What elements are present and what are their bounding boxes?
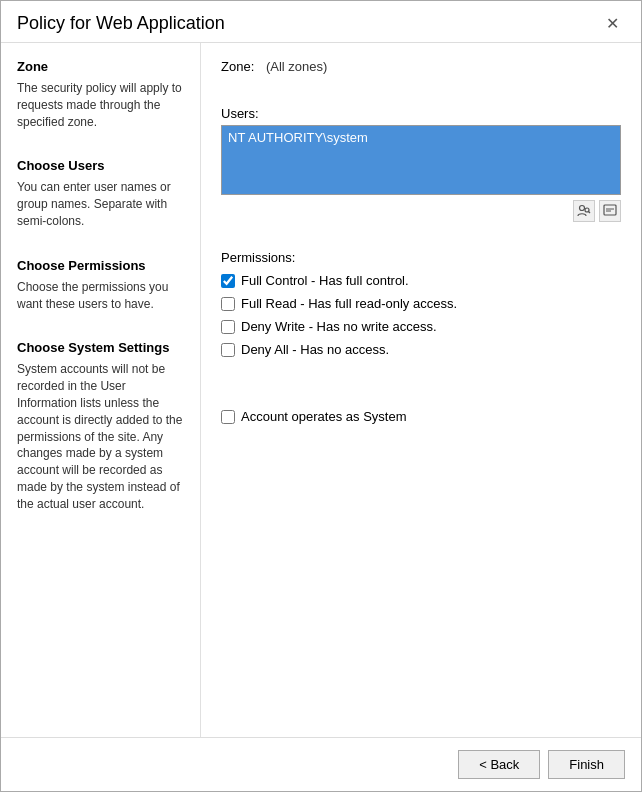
users-left-section: Choose Users You can enter user names or… bbox=[17, 158, 184, 229]
perm-full-read-label: Full Read - Has full read-only access. bbox=[241, 296, 457, 311]
svg-point-2 bbox=[585, 208, 589, 212]
users-field-group: Users: NT AUTHORITY\system bbox=[221, 106, 621, 222]
perm-deny-all-checkbox[interactable] bbox=[221, 343, 235, 357]
dialog-footer: < Back Finish bbox=[1, 737, 641, 791]
zone-field-value: (All zones) bbox=[266, 59, 327, 74]
perm-full-read-checkbox[interactable] bbox=[221, 297, 235, 311]
svg-rect-3 bbox=[604, 205, 616, 215]
check-names-button[interactable] bbox=[599, 200, 621, 222]
dialog-body: Zone The security policy will apply to r… bbox=[1, 43, 641, 737]
users-heading: Choose Users bbox=[17, 158, 184, 173]
perm-full-control-label: Full Control - Has full control. bbox=[241, 273, 409, 288]
system-settings-left-section: Choose System Settings System accounts w… bbox=[17, 340, 184, 512]
right-panel: Zone: (All zones) Users: NT AUTHORITY\sy… bbox=[201, 43, 641, 737]
perm-deny-write-row: Deny Write - Has no write access. bbox=[221, 319, 621, 334]
perm-deny-all-label: Deny All - Has no access. bbox=[241, 342, 389, 357]
users-desc: You can enter user names or group names.… bbox=[17, 179, 184, 229]
permissions-heading: Choose Permissions bbox=[17, 258, 184, 273]
zone-heading: Zone bbox=[17, 59, 184, 74]
zone-left-section: Zone The security policy will apply to r… bbox=[17, 59, 184, 130]
permissions-left-section: Choose Permissions Choose the permission… bbox=[17, 258, 184, 313]
zone-field-label: Zone: bbox=[221, 59, 254, 74]
permissions-desc: Choose the permissions you want these us… bbox=[17, 279, 184, 313]
browse-users-button[interactable] bbox=[573, 200, 595, 222]
account-operates-label: Account operates as System bbox=[241, 409, 406, 424]
finish-button[interactable]: Finish bbox=[548, 750, 625, 779]
system-settings-heading: Choose System Settings bbox=[17, 340, 184, 355]
users-icons-row bbox=[221, 200, 621, 222]
check-names-icon bbox=[603, 204, 617, 218]
permissions-field-group: Permissions: Full Control - Has full con… bbox=[221, 250, 621, 365]
permissions-field-label: Permissions: bbox=[221, 250, 621, 265]
zone-field-group: Zone: (All zones) bbox=[221, 59, 621, 74]
dialog: Policy for Web Application ✕ Zone The se… bbox=[0, 0, 642, 792]
account-operates-checkbox[interactable] bbox=[221, 410, 235, 424]
dialog-title: Policy for Web Application bbox=[17, 13, 225, 34]
perm-deny-all-row: Deny All - Has no access. bbox=[221, 342, 621, 357]
back-button[interactable]: < Back bbox=[458, 750, 540, 779]
users-textarea[interactable]: NT AUTHORITY\system bbox=[221, 125, 621, 195]
close-button[interactable]: ✕ bbox=[600, 14, 625, 34]
system-settings-field-group: Account operates as System bbox=[221, 409, 621, 432]
users-field-label: Users: bbox=[221, 106, 621, 121]
browse-icon bbox=[577, 204, 591, 218]
system-settings-desc: System accounts will not be recorded in … bbox=[17, 361, 184, 512]
svg-point-0 bbox=[580, 206, 585, 211]
account-operates-row: Account operates as System bbox=[221, 409, 621, 424]
users-textarea-wrapper: NT AUTHORITY\system bbox=[221, 125, 621, 198]
perm-deny-write-checkbox[interactable] bbox=[221, 320, 235, 334]
perm-full-control-row: Full Control - Has full control. bbox=[221, 273, 621, 288]
titlebar: Policy for Web Application ✕ bbox=[1, 1, 641, 43]
perm-full-control-checkbox[interactable] bbox=[221, 274, 235, 288]
zone-desc: The security policy will apply to reques… bbox=[17, 80, 184, 130]
perm-deny-write-label: Deny Write - Has no write access. bbox=[241, 319, 437, 334]
perm-full-read-row: Full Read - Has full read-only access. bbox=[221, 296, 621, 311]
left-panel: Zone The security policy will apply to r… bbox=[1, 43, 201, 737]
